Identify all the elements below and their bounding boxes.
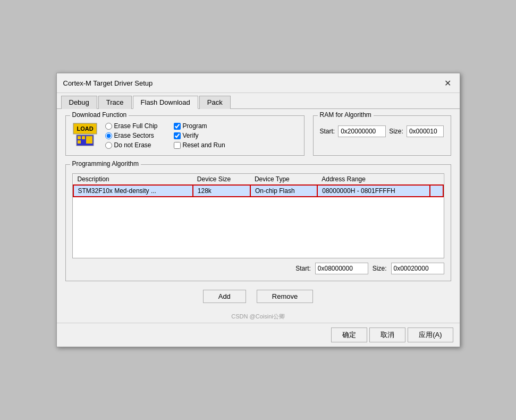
svg-rect-4 bbox=[82, 136, 85, 139]
tab-bar: Debug Trace Flash Download Pack bbox=[57, 93, 460, 109]
table-row[interactable]: STM32F10x Med-density ... 128k On-chip F… bbox=[73, 185, 443, 197]
title-bar: Cortex-M Target Driver Setup ✕ bbox=[57, 73, 460, 93]
cell-spacer bbox=[430, 185, 443, 197]
col-description: Description bbox=[73, 174, 193, 185]
svg-text:LOAD: LOAD bbox=[77, 125, 93, 132]
radio-input-erase-full-chip[interactable] bbox=[105, 123, 112, 130]
algo-table: Description Device Size Device Type Addr… bbox=[73, 174, 444, 197]
tab-trace[interactable]: Trace bbox=[98, 96, 132, 109]
col-device-size: Device Size bbox=[193, 174, 250, 185]
algo-size-input[interactable] bbox=[391, 263, 444, 274]
col-address-range: Address Range bbox=[317, 174, 430, 185]
check-verify[interactable]: Verify bbox=[174, 132, 225, 139]
reset-and-run-label: Reset and Run bbox=[183, 141, 225, 149]
cell-description: STM32F10x Med-density ... bbox=[73, 185, 193, 197]
watermark: CSDN @Coisini公卿 bbox=[57, 312, 460, 323]
window-title: Cortex-M Target Driver Setup bbox=[63, 79, 153, 87]
footer-buttons: 确定 取消 应用(A) bbox=[57, 323, 460, 347]
ram-algorithm-group: RAM for Algorithm Start: Size: bbox=[313, 115, 451, 156]
download-function-label: Download Function bbox=[70, 111, 129, 119]
erase-sectors-label: Erase Sectors bbox=[114, 132, 154, 139]
svg-rect-6 bbox=[86, 136, 92, 144]
cell-address-range: 08000000H - 0801FFFFH bbox=[317, 185, 430, 197]
apply-button[interactable]: 应用(A) bbox=[408, 327, 453, 342]
erase-options: Erase Full Chip Erase Sectors Do not Era… bbox=[105, 122, 158, 149]
cell-device-size: 128k bbox=[193, 185, 250, 197]
tab-flash-download[interactable]: Flash Download bbox=[133, 96, 198, 109]
add-button[interactable]: Add bbox=[203, 290, 246, 303]
radio-input-do-not-erase[interactable] bbox=[105, 142, 112, 149]
main-window: Cortex-M Target Driver Setup ✕ Debug Tra… bbox=[56, 73, 460, 347]
ram-row: Start: Size: bbox=[320, 125, 444, 137]
cell-device-type: On-chip Flash bbox=[250, 185, 317, 197]
radio-do-not-erase[interactable]: Do not Erase bbox=[105, 141, 158, 149]
col-device-type: Device Type bbox=[250, 174, 317, 185]
ram-start-input[interactable] bbox=[338, 125, 386, 137]
checkbox-reset-and-run[interactable] bbox=[174, 142, 181, 149]
algo-bottom-row: Start: Size: bbox=[72, 263, 444, 274]
ram-start-label: Start: bbox=[320, 128, 335, 135]
algo-start-label: Start: bbox=[295, 265, 311, 272]
remove-button[interactable]: Remove bbox=[257, 290, 313, 303]
radio-erase-sectors[interactable]: Erase Sectors bbox=[105, 132, 158, 139]
verify-label: Verify bbox=[183, 132, 199, 139]
content-area: Download Function LOAD bbox=[57, 109, 460, 312]
ram-size-input[interactable] bbox=[407, 125, 444, 137]
download-function-group: Download Function LOAD bbox=[65, 115, 304, 156]
ram-algorithm-label: RAM for Algorithm bbox=[318, 111, 374, 119]
radio-erase-full-chip[interactable]: Erase Full Chip bbox=[105, 122, 158, 130]
col-spacer bbox=[430, 174, 443, 185]
action-buttons: Add Remove bbox=[65, 290, 451, 303]
algo-table-wrapper: Description Device Size Device Type Addr… bbox=[72, 173, 444, 258]
tab-debug[interactable]: Debug bbox=[61, 96, 97, 109]
programming-algorithm-label: Programming Algorithm bbox=[70, 160, 141, 167]
do-not-erase-label: Do not Erase bbox=[114, 141, 151, 149]
cancel-button[interactable]: 取消 bbox=[369, 327, 405, 342]
program-label: Program bbox=[183, 122, 207, 130]
algo-size-label: Size: bbox=[373, 265, 387, 272]
checkbox-verify[interactable] bbox=[174, 132, 181, 139]
radio-input-erase-sectors[interactable] bbox=[105, 132, 112, 139]
programming-algorithm-group: Programming Algorithm Description Device… bbox=[65, 164, 451, 281]
ram-size-label: Size: bbox=[389, 128, 403, 135]
checkbox-program[interactable] bbox=[174, 123, 181, 130]
flash-options: Program Verify Reset and Run bbox=[174, 122, 225, 149]
load-icon: LOAD bbox=[72, 122, 98, 148]
ok-button[interactable]: 确定 bbox=[331, 327, 367, 342]
svg-rect-3 bbox=[78, 136, 81, 139]
algo-start-input[interactable] bbox=[315, 263, 368, 274]
tab-pack[interactable]: Pack bbox=[199, 96, 231, 109]
check-program[interactable]: Program bbox=[174, 122, 225, 130]
check-reset-and-run[interactable]: Reset and Run bbox=[174, 141, 225, 149]
top-section: Download Function LOAD bbox=[65, 115, 451, 162]
download-function-body: LOAD Er bbox=[72, 122, 298, 149]
close-button[interactable]: ✕ bbox=[443, 78, 453, 88]
erase-full-chip-label: Erase Full Chip bbox=[114, 122, 158, 130]
svg-rect-5 bbox=[78, 140, 81, 144]
